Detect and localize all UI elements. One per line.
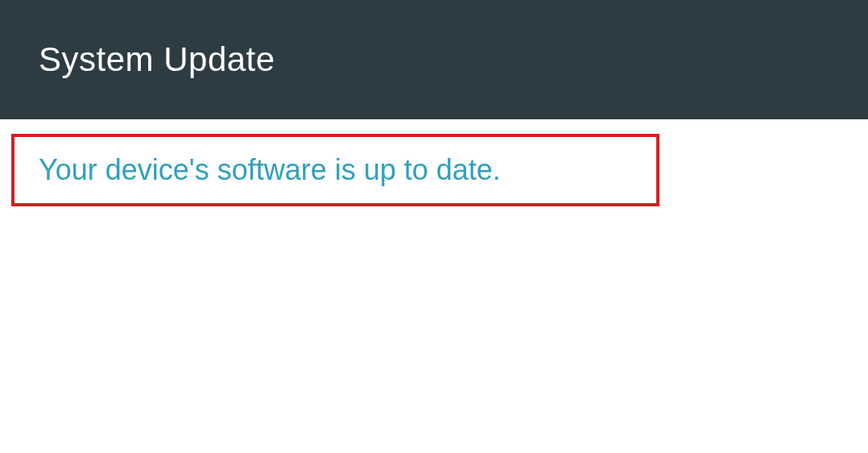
main-content: Your device's software is up to date.	[0, 119, 868, 221]
status-highlight-box: Your device's software is up to date.	[11, 134, 659, 206]
app-header: System Update	[0, 0, 868, 119]
status-message: Your device's software is up to date.	[39, 153, 632, 187]
page-title: System Update	[39, 40, 275, 79]
